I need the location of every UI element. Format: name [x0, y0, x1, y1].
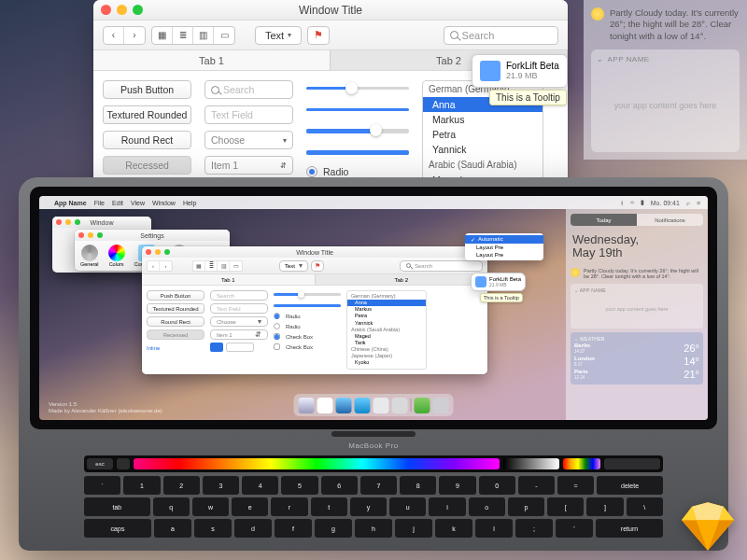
- tb-control-strip[interactable]: [604, 458, 660, 469]
- key[interactable]: H: [355, 519, 392, 538]
- list-item[interactable]: Yannick: [423, 142, 543, 157]
- push-button[interactable]: Push Button: [103, 80, 191, 99]
- nav-segment[interactable]: ‹›: [103, 26, 146, 45]
- tb-hue-compact[interactable]: [563, 458, 600, 469]
- gallery-view-icon[interactable]: ▭: [214, 27, 234, 44]
- app-icon[interactable]: [317, 398, 333, 413]
- key[interactable]: F: [275, 519, 312, 538]
- key[interactable]: G: [315, 519, 352, 538]
- nc-icon[interactable]: ≡: [697, 200, 700, 206]
- finder-icon[interactable]: [299, 398, 315, 413]
- text-dropdown[interactable]: Text ▾: [279, 260, 308, 272]
- chevron-left-icon[interactable]: ‹: [104, 27, 124, 44]
- main-window-laptop[interactable]: Window Title ‹› ▦≣▥▭ Text ▾ ⚑ Search Tab…: [142, 246, 487, 374]
- key[interactable]: 1: [123, 476, 160, 495]
- list-view-icon[interactable]: ≣: [173, 27, 193, 44]
- toolbar-search[interactable]: Search: [444, 26, 558, 45]
- key[interactable]: P: [508, 497, 544, 516]
- folder-icon[interactable]: [415, 398, 430, 413]
- popup-menu[interactable]: ✓Automatic Layout Pre Layout Pre: [465, 233, 543, 260]
- menu-item[interactable]: ✓Automatic: [465, 235, 543, 244]
- key[interactable]: A: [154, 519, 191, 538]
- key[interactable]: return: [596, 519, 663, 538]
- key[interactable]: 3: [203, 476, 239, 495]
- slider-3[interactable]: [306, 123, 409, 138]
- key[interactable]: 4: [242, 476, 278, 495]
- tab-1[interactable]: Tab 1: [142, 274, 316, 285]
- key[interactable]: E: [232, 497, 268, 516]
- touch-bar[interactable]: esc: [84, 455, 663, 472]
- roundrect-button[interactable]: Round Rect: [103, 131, 191, 149]
- nav-segment[interactable]: ‹›: [147, 260, 173, 272]
- mail-icon[interactable]: [355, 398, 371, 413]
- flag-button[interactable]: ⚑: [311, 260, 324, 272]
- menu-view[interactable]: View: [131, 200, 145, 206]
- item-popup[interactable]: Item 1⇵: [204, 156, 293, 175]
- slider-2[interactable]: [306, 102, 409, 117]
- chevron-right-icon[interactable]: ›: [124, 27, 145, 44]
- app-icon[interactable]: [392, 398, 408, 413]
- tab-2[interactable]: Tab 2: [316, 274, 488, 285]
- recessed-button[interactable]: Recessed: [103, 156, 191, 175]
- key[interactable]: S: [194, 519, 232, 538]
- prefs-tab-general[interactable]: General: [80, 245, 99, 267]
- key[interactable]: =: [557, 476, 594, 495]
- key[interactable]: 8: [400, 476, 436, 495]
- wifi-icon[interactable]: ⌔: [630, 200, 634, 206]
- key[interactable]: 6: [321, 476, 358, 495]
- key[interactable]: R: [271, 497, 307, 516]
- clock[interactable]: Mo. 09:41: [651, 200, 680, 206]
- key[interactable]: U: [389, 497, 426, 516]
- column-view-icon[interactable]: ▥: [193, 27, 214, 44]
- list-item[interactable]: Petra: [423, 127, 543, 142]
- flag-button[interactable]: ⚑: [307, 26, 330, 45]
- key[interactable]: ;: [515, 519, 553, 538]
- list-item[interactable]: Markus: [423, 112, 543, 127]
- textured-button[interactable]: Textured Rounded: [103, 105, 191, 124]
- app-menu[interactable]: App Name: [54, 200, 87, 206]
- key[interactable]: ': [556, 519, 593, 538]
- tb-gray-slider[interactable]: [503, 458, 559, 469]
- battery-icon[interactable]: ▮: [641, 199, 644, 206]
- menu-file[interactable]: File: [94, 200, 105, 206]
- key[interactable]: Q: [153, 497, 190, 516]
- key[interactable]: W: [192, 497, 229, 516]
- key[interactable]: \: [627, 497, 663, 516]
- key[interactable]: 7: [360, 476, 397, 495]
- icon-view-icon[interactable]: ▦: [152, 27, 173, 44]
- menu-item[interactable]: Layout Pre: [465, 244, 543, 251]
- bluetooth-icon[interactable]: ᚼ: [620, 200, 624, 206]
- view-segment[interactable]: ▦≣▥▭: [151, 26, 235, 45]
- slider-4[interactable]: [306, 145, 409, 160]
- tab-1[interactable]: Tab 1: [93, 50, 331, 70]
- key[interactable]: L: [475, 519, 513, 538]
- search-field[interactable]: Search: [204, 80, 293, 99]
- prefs-tab-colors[interactable]: Colors: [108, 245, 125, 267]
- key[interactable]: 5: [281, 476, 317, 495]
- choose-popup[interactable]: Choose▾: [204, 131, 293, 149]
- tb-esc[interactable]: esc: [87, 458, 113, 469]
- toolbar-search[interactable]: Search: [400, 260, 483, 272]
- key[interactable]: delete: [597, 476, 663, 495]
- key[interactable]: [: [547, 497, 584, 516]
- key[interactable]: ]: [586, 497, 623, 516]
- key[interactable]: 0: [479, 476, 515, 495]
- text-dropdown[interactable]: Text▾: [255, 26, 302, 45]
- dock[interactable]: [294, 394, 454, 416]
- tb-color-slider[interactable]: [134, 458, 500, 469]
- key[interactable]: D: [234, 519, 272, 538]
- key[interactable]: -: [518, 476, 555, 495]
- key[interactable]: K: [435, 519, 472, 538]
- trash-icon[interactable]: [433, 398, 449, 413]
- key[interactable]: 9: [439, 476, 475, 495]
- key[interactable]: O: [469, 497, 505, 516]
- slider-1[interactable]: [306, 80, 409, 95]
- key[interactable]: tab: [84, 497, 150, 516]
- key[interactable]: `: [84, 476, 120, 495]
- menu-help[interactable]: Help: [183, 200, 196, 206]
- key[interactable]: Y: [350, 497, 387, 516]
- radio-selected[interactable]: Radio: [306, 166, 409, 177]
- key[interactable]: T: [311, 497, 347, 516]
- search-icon[interactable]: ⌕: [686, 200, 690, 206]
- menu-edit[interactable]: Edit: [112, 200, 123, 206]
